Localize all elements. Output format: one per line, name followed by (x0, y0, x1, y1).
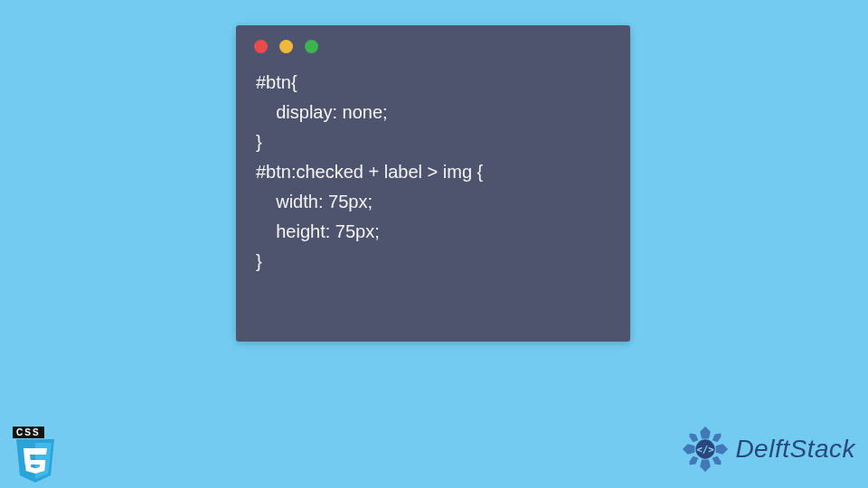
close-icon (254, 40, 268, 53)
delftstack-logo: </> DelftStack (679, 423, 855, 475)
brand-name: DelftStack (735, 435, 855, 464)
svg-text:</>: </> (697, 444, 714, 455)
window-traffic-lights (236, 25, 630, 61)
code-window: #btn{ display: none; } #btn:checked + la… (236, 25, 630, 342)
code-block: #btn{ display: none; } #btn:checked + la… (236, 61, 630, 295)
code-line: width: 75px; (256, 192, 373, 211)
css3-shield-icon (13, 439, 58, 483)
code-line: display: none; (256, 102, 388, 122)
code-line: #btn:checked + label > img { (256, 162, 483, 182)
minimize-icon (279, 40, 293, 53)
css-badge-label: CSS (13, 427, 44, 438)
css3-badge-icon: CSS (13, 423, 58, 475)
code-line: #btn{ (256, 72, 297, 92)
delftstack-emblem-icon: </> (679, 423, 731, 475)
code-line: height: 75px; (256, 221, 380, 241)
code-line: } (256, 251, 262, 271)
maximize-icon (305, 40, 318, 53)
code-line: } (256, 132, 262, 152)
